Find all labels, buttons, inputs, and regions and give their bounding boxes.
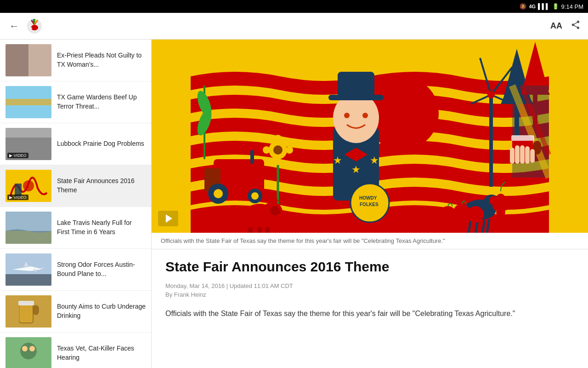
- sidebar-title-tx-game-wardens: TX Game Wardens Beef Up Terror Threat...: [57, 93, 146, 111]
- app-bar-left: ← 5: [7, 17, 43, 35]
- svg-rect-9: [6, 274, 51, 286]
- sidebar-title-lubbock-prairie-dog: Lubbock Prairie Dog Problems: [57, 139, 144, 149]
- svg-point-35: [251, 192, 259, 200]
- thumb-vet-icon: [6, 337, 51, 368]
- svg-rect-14: [19, 305, 32, 322]
- status-icons: 🔕 4G ▌▌▌ 🔋 9:14 PM: [520, 3, 583, 10]
- sidebar-item-state-fair[interactable]: ▶ VIDEO State Fair Announces 2016 Theme: [0, 165, 151, 207]
- svg-rect-12: [18, 301, 34, 305]
- svg-point-80: [274, 210, 280, 214]
- hero-illustration: ★ ★ ★: [152, 40, 588, 233]
- svg-point-58: [286, 146, 293, 154]
- share-icon: [571, 20, 581, 30]
- video-badge-prairie-dog: ▶ VIDEO: [7, 153, 28, 158]
- thumb-lake-travis: [6, 212, 51, 244]
- sidebar-item-bounty[interactable]: Bounty Aims to Curb Underage Drinking: [0, 291, 151, 333]
- mute-icon: 🔕: [520, 3, 526, 10]
- thumb-beer-icon: [6, 295, 51, 328]
- sidebar-title-ex-priest: Ex-Priest Pleads Not Guilty to TX Woman'…: [57, 51, 146, 69]
- article-area: ★ ★ ★: [152, 40, 588, 368]
- sidebar-item-lubbock-prairie-dog[interactable]: ▶ VIDEO Lubbock Prairie Dog Problems: [0, 123, 151, 165]
- sidebar-title-bounty: Bounty Aims to Curb Underage Drinking: [57, 302, 146, 320]
- signal-text: 4G: [529, 4, 536, 9]
- sidebar-item-tx-game-wardens[interactable]: TX Game Wardens Beef Up Terror Threat...: [0, 81, 151, 123]
- svg-rect-91: [520, 145, 525, 164]
- thumb-ex-priest: [6, 44, 51, 76]
- thumb-tx-game-wardens: [6, 86, 51, 118]
- hero-image: ★ ★ ★: [152, 40, 588, 233]
- svg-rect-13: [33, 305, 39, 315]
- svg-rect-36: [250, 150, 254, 164]
- svg-rect-88: [511, 135, 534, 141]
- status-bar: 🔕 4G ▌▌▌ 🔋 9:14 PM: [0, 0, 588, 13]
- nbc-logo-icon: 5: [26, 17, 43, 35]
- svg-point-25: [344, 113, 350, 118]
- back-button[interactable]: ←: [7, 18, 21, 34]
- svg-rect-24: [338, 72, 374, 97]
- thumb-lubbock-prairie-dog: ▶ VIDEO: [6, 128, 51, 160]
- svg-text:★: ★: [333, 155, 342, 166]
- svg-text:HOWDY: HOWDY: [359, 196, 377, 201]
- svg-point-66: [453, 204, 470, 220]
- play-button[interactable]: [158, 211, 178, 226]
- svg-point-45: [487, 91, 495, 98]
- time-display: 9:14 PM: [561, 3, 583, 10]
- svg-rect-7: [6, 231, 51, 244]
- svg-rect-90: [515, 145, 520, 164]
- article-author: By Frank Heinz: [165, 291, 574, 298]
- svg-rect-82: [257, 227, 262, 233]
- thumb-strong-odor: [6, 253, 51, 286]
- svg-rect-89: [510, 148, 514, 164]
- sidebar-item-strong-odor[interactable]: Strong Odor Forces Austin-Bound Plane to…: [0, 249, 151, 291]
- nbc5-logo: 5: [26, 17, 43, 35]
- article-title: State Fair Announces 2016 Theme: [165, 259, 574, 275]
- svg-point-33: [214, 189, 223, 198]
- article-date: Monday, Mar 14, 2016 | Updated 11:01 AM …: [165, 282, 574, 289]
- svg-rect-83: [265, 227, 270, 233]
- svg-point-67: [467, 206, 484, 223]
- svg-rect-93: [530, 149, 535, 163]
- sidebar-title-state-fair: State Fair Announces 2016 Theme: [57, 177, 146, 195]
- svg-point-26: [362, 113, 368, 118]
- svg-point-54: [273, 145, 283, 155]
- article-caption: Officials with the State Fair of Texas s…: [152, 233, 588, 249]
- app-bar-right: AA: [550, 20, 581, 32]
- svg-point-65: [440, 206, 456, 223]
- main-content: Ex-Priest Pleads Not Guilty to TX Woman'…: [0, 40, 588, 368]
- caption-text: Officials with the State Fair of Texas s…: [161, 237, 445, 244]
- article-body: State Fair Announces 2016 Theme Monday, …: [152, 249, 588, 338]
- sidebar-item-ex-priest[interactable]: Ex-Priest Pleads Not Guilty to TX Woman'…: [0, 40, 151, 81]
- thumb-state-fair: ▶ VIDEO: [6, 170, 51, 202]
- svg-text:★: ★: [351, 164, 361, 175]
- article-text: Officials with the State Fair of Texas s…: [165, 307, 574, 320]
- play-triangle-icon: [166, 214, 172, 223]
- svg-point-17: [22, 346, 28, 351]
- app-bar: ← 5 AA: [0, 13, 588, 40]
- thumb-texas-vet: [6, 337, 51, 368]
- svg-rect-40: [489, 95, 493, 187]
- svg-point-16: [20, 343, 37, 359]
- svg-rect-81: [248, 227, 253, 233]
- sidebar-title-texas-vet: Texas Vet, Cat-Killer Faces Hearing: [57, 344, 146, 362]
- share-button[interactable]: [571, 20, 581, 32]
- sidebar: Ex-Priest Pleads Not Guilty to TX Woman'…: [0, 40, 152, 368]
- sidebar-title-strong-odor: Strong Odor Forces Austin-Bound Plane to…: [57, 260, 146, 278]
- thumb-bounty: [6, 295, 51, 328]
- font-size-button[interactable]: AA: [550, 21, 562, 31]
- svg-point-57: [263, 146, 270, 154]
- sidebar-item-lake-travis[interactable]: Lake Travis Nearly Full for First Time i…: [0, 207, 151, 249]
- svg-text:★: ★: [370, 155, 379, 166]
- svg-point-56: [274, 158, 282, 165]
- svg-rect-92: [525, 146, 530, 164]
- sidebar-item-texas-vet[interactable]: Texas Vet, Cat-Killer Faces Hearing: [0, 333, 151, 368]
- thumb-plane-icon: [6, 253, 51, 286]
- svg-point-4: [23, 180, 34, 191]
- svg-text:FOLKES: FOLKES: [360, 202, 379, 207]
- hero-image-wrapper: ★ ★ ★: [152, 40, 588, 233]
- svg-point-55: [274, 135, 282, 142]
- video-badge-state-fair: ▶ VIDEO: [7, 195, 28, 200]
- svg-point-18: [29, 346, 35, 351]
- signal-bars: ▌▌▌: [538, 3, 550, 10]
- thumb-lake-icon: [6, 212, 51, 244]
- svg-text:5: 5: [29, 25, 32, 30]
